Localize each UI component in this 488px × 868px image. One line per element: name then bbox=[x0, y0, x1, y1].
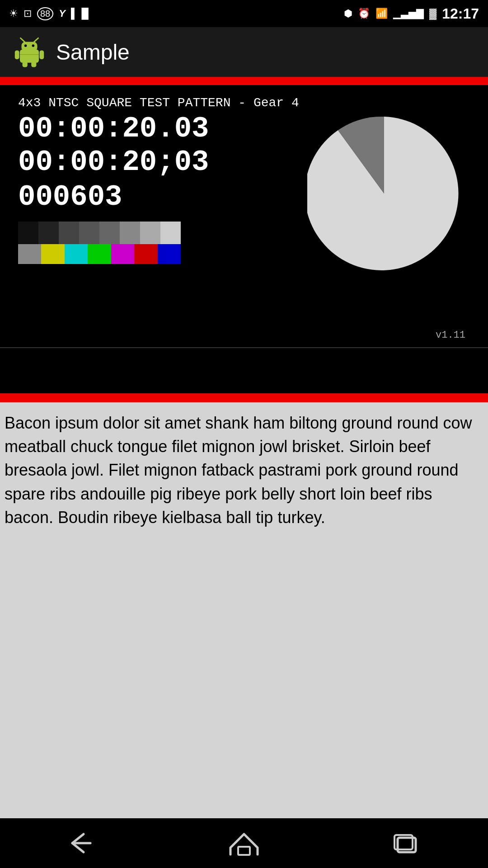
svg-rect-1 bbox=[22, 42, 38, 52]
alarm-icon: ⏰ bbox=[358, 8, 370, 19]
app-bar: Sample bbox=[0, 27, 488, 77]
svg-rect-8 bbox=[23, 61, 28, 67]
body-text: Bacon ipsum dolor sit amet shank ham bil… bbox=[5, 411, 483, 529]
svg-rect-9 bbox=[31, 61, 36, 67]
svg-line-5 bbox=[34, 38, 38, 42]
recents-button[interactable] bbox=[391, 830, 422, 857]
yahoo-icon: Y bbox=[59, 8, 66, 19]
nav-bar bbox=[0, 818, 488, 868]
barcode-icon: ▌▐▌ bbox=[71, 8, 92, 19]
signal-icon: ▁▃▅▇ bbox=[393, 8, 424, 19]
bw-bars bbox=[18, 222, 181, 244]
text-content-area: Bacon ipsum dolor sit amet shank ham bil… bbox=[0, 402, 488, 818]
svg-point-3 bbox=[32, 44, 35, 47]
bottom-video-area bbox=[0, 348, 488, 393]
app-logo bbox=[14, 36, 45, 68]
pie-chart bbox=[307, 112, 461, 284]
pattern-title: 4x3 NTSC SQUARE TEST PATTERN - Gear 4 bbox=[18, 96, 470, 110]
bluetooth-icon: ⬢ bbox=[344, 8, 352, 19]
back-button[interactable] bbox=[66, 830, 97, 857]
svg-rect-7 bbox=[39, 51, 44, 60]
status-icons-left: ☀ ⊡ 88 Y ▌▐▌ bbox=[9, 7, 92, 20]
svg-rect-12 bbox=[238, 847, 250, 855]
badge-88-icon: 88 bbox=[37, 7, 53, 20]
svg-rect-0 bbox=[20, 49, 39, 62]
home-button[interactable] bbox=[228, 830, 260, 857]
video-panel: 4x3 NTSC SQUARE TEST PATTERN - Gear 4 00… bbox=[0, 85, 488, 347]
version-label: v1.11 bbox=[436, 330, 465, 341]
app-title: Sample bbox=[56, 40, 130, 65]
battery-icon: ▓ bbox=[429, 8, 436, 19]
svg-point-2 bbox=[24, 44, 27, 47]
svg-rect-6 bbox=[15, 51, 19, 60]
status-icons-right: ⬢ ⏰ 📶 ▁▃▅▇ ▓ 12:17 bbox=[344, 5, 479, 22]
wifi-icon: 📶 bbox=[375, 8, 388, 19]
brightness-icon: ☀ bbox=[9, 8, 18, 19]
bottom-red-bar bbox=[0, 393, 488, 402]
status-time: 12:17 bbox=[442, 5, 479, 22]
color-bars bbox=[18, 222, 181, 264]
screenshot-icon: ⊡ bbox=[23, 8, 32, 19]
svg-line-4 bbox=[20, 38, 24, 42]
top-red-bar bbox=[0, 77, 488, 85]
status-bar: ☀ ⊡ 88 Y ▌▐▌ ⬢ ⏰ 📶 ▁▃▅▇ ▓ 12:17 bbox=[0, 0, 488, 27]
color-bar-row bbox=[18, 244, 181, 264]
